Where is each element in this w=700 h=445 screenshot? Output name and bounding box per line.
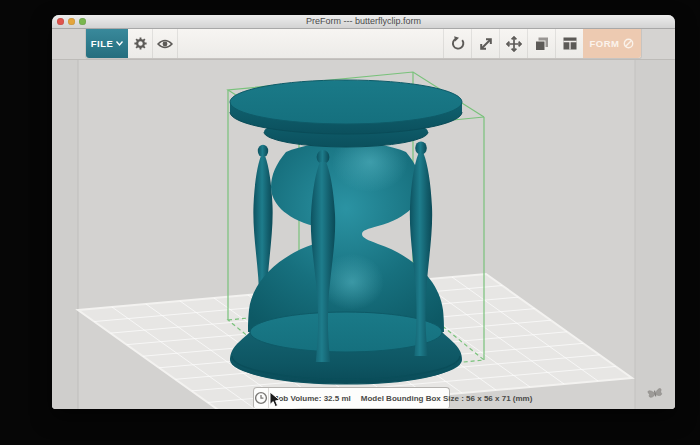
- butterfly-logo-icon: [646, 386, 664, 401]
- job-volume-value: Job Volume: 32.5 ml: [269, 394, 356, 403]
- chevron-down-icon: [116, 41, 123, 46]
- settings-button[interactable]: [128, 29, 153, 58]
- close-window-button[interactable]: [57, 18, 64, 25]
- scene-canvas: [52, 60, 675, 409]
- view-options-button[interactable]: [153, 29, 178, 58]
- print-time-button[interactable]: [254, 388, 269, 408]
- titlebar: PreForm --- butterflyclip.form: [52, 15, 675, 29]
- window-title: PreForm --- butterflyclip.form: [306, 15, 421, 28]
- status-bar: Job Volume: 32.5 ml Model Bounding Box S…: [253, 387, 450, 408]
- duplicate-tool-button[interactable]: [527, 29, 555, 58]
- toolbar-row: FILE: [52, 29, 675, 60]
- minimize-window-button[interactable]: [68, 18, 75, 25]
- move-icon: [506, 36, 522, 52]
- rotate-tool-button[interactable]: [443, 29, 471, 58]
- viewport-3d[interactable]: [52, 60, 675, 409]
- file-menu-label: FILE: [91, 38, 114, 49]
- zoom-window-button[interactable]: [79, 18, 86, 25]
- app-window: PreForm --- butterflyclip.form FILE: [52, 15, 675, 409]
- file-menu-button[interactable]: FILE: [86, 29, 128, 58]
- scale-icon: [478, 36, 494, 52]
- model-hourglass[interactable]: [230, 80, 462, 384]
- model-top-disc: [230, 80, 462, 134]
- clock-icon: [254, 391, 268, 405]
- mouse-cursor: [269, 392, 281, 408]
- layout-tool-button[interactable]: [555, 29, 583, 58]
- form-button-label: FORM: [590, 38, 620, 49]
- move-tool-button[interactable]: [499, 29, 527, 58]
- not-ready-icon: [623, 38, 634, 49]
- toolbar: FILE: [85, 29, 642, 59]
- scale-tool-button[interactable]: [471, 29, 499, 58]
- form-print-button[interactable]: FORM: [583, 29, 641, 58]
- bounding-box-size-value: Model Bounding Box Size : 56 x 56 x 71 (…: [356, 394, 538, 403]
- rotate-icon: [450, 36, 466, 52]
- toolbar-spacer: [178, 29, 443, 58]
- model-base: [230, 312, 462, 384]
- build-layout-icon: [562, 36, 578, 51]
- eye-icon: [157, 38, 173, 50]
- duplicate-icon: [534, 36, 550, 52]
- gear-icon: [133, 36, 148, 51]
